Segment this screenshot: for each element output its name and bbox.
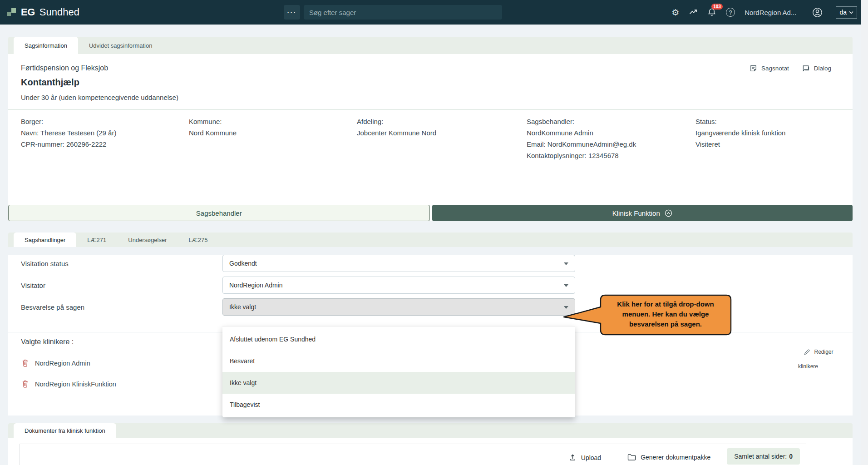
- visitator-label: Visitator: [8, 282, 222, 289]
- total-pages-badge: Samlet antal sider: 0: [727, 448, 800, 465]
- help-icon[interactable]: ?: [726, 8, 735, 17]
- info-status: Status: Igangværende klinisk funktion Vi…: [695, 116, 840, 161]
- upload-button[interactable]: Upload: [569, 454, 601, 461]
- tab-lae271[interactable]: LÆ271: [76, 232, 117, 247]
- sagsbehandler-toggle-button[interactable]: Sagsbehandler: [8, 205, 430, 221]
- logo-product-text: Sundhed: [39, 6, 79, 18]
- case-tabstrip: Sagsinformation Udvidet sagsinformation: [8, 37, 853, 54]
- notification-count-badge: 103: [711, 4, 723, 10]
- sagsbehandler-navn: NordKommune Admin: [527, 127, 695, 139]
- borger-label: Borger:: [21, 116, 189, 127]
- besvarelse-value: Ikke valgt: [229, 303, 256, 311]
- settings-gear-icon[interactable]: ⚙: [671, 8, 679, 17]
- dropdown-option[interactable]: Besvaret: [222, 350, 575, 372]
- info-afdeling: Afdeling: Jobcenter Kommune Nord: [357, 116, 527, 161]
- chevron-down-icon: [849, 11, 853, 14]
- kommune-value: Nord Kommune: [189, 127, 357, 139]
- note-icon: [750, 64, 757, 72]
- documents-card: Dokumenter fra klinisk funktion Upload G…: [8, 423, 853, 465]
- sagsbehandler-toggle-label: Sagsbehandler: [196, 209, 242, 217]
- select-arrow-icon: [564, 262, 568, 265]
- sagsbehandler-kontakt: Kontaktoplysninger: 12345678: [527, 150, 695, 161]
- visitation-status-select[interactable]: Godkendt: [222, 255, 575, 272]
- trash-icon: [22, 380, 29, 388]
- language-selector[interactable]: da: [836, 6, 857, 19]
- actions-card: Sagshandlinger LÆ271 Undersøgelser LÆ275…: [8, 232, 853, 416]
- sagsnotat-button[interactable]: Sagsnotat: [750, 64, 789, 72]
- dropdown-option-selected[interactable]: Ikke valgt: [222, 372, 575, 394]
- dialog-bubble-icon: [802, 64, 810, 72]
- klinisk-funktion-toggle-button[interactable]: Klinisk Funktion: [432, 205, 853, 221]
- case-subtitle: Under 30 år (uden kompetencegivende udda…: [21, 94, 840, 101]
- case-header: Førtidspension og Fleksjob Kontanthjælp …: [8, 54, 853, 101]
- user-menu[interactable]: NordRegion Ad...: [745, 9, 796, 16]
- select-arrow-icon: [564, 284, 568, 287]
- navbar-right: ⚙ 103 ? NordRegion Ad... da: [671, 6, 857, 19]
- app-root: EG Sundhed ··· ⚙ 103 ? NordRegion Ad... …: [0, 0, 861, 465]
- language-value: da: [839, 9, 847, 16]
- sagsbehandler-label: Sagsbehandler:: [527, 116, 695, 127]
- tab-undersoegelser[interactable]: Undersøgelser: [117, 232, 178, 247]
- kommune-label: Kommune:: [189, 116, 357, 127]
- kliniker-name: NordRegion KliniskFunktion: [35, 381, 116, 388]
- info-borger: Borger: Navn: Therese Testesen (29 år) C…: [21, 116, 189, 161]
- tab-lae275[interactable]: LÆ275: [178, 232, 219, 247]
- delete-kliniker-button[interactable]: [22, 380, 29, 388]
- info-sagsbehandler: Sagsbehandler: NordKommune Admin Email: …: [527, 116, 695, 161]
- circle-chevron-up-icon: [665, 209, 672, 217]
- total-pages-label: Samlet antal sider:: [734, 453, 787, 460]
- actions-card-body: Visitation status Godkendt Visitator Nor…: [8, 255, 853, 416]
- rediger-label-line2: klinikere: [798, 363, 818, 370]
- documents-box: Upload Generer dokumentpakke Samlet anta…: [20, 444, 806, 465]
- generate-dokumentpakke-button[interactable]: Generer dokumentpakke: [627, 454, 710, 461]
- dropdown-option[interactable]: Tilbagevist: [222, 394, 575, 416]
- afdeling-label: Afdeling:: [357, 116, 527, 127]
- notifications-bell-icon[interactable]: 103: [707, 8, 716, 17]
- besvarelse-dropdown-panel: Afsluttet udenom EG Sundhed Besvaret Ikk…: [222, 326, 575, 417]
- besvarelse-label: Besvarelse på sagen: [8, 303, 222, 311]
- case-category: Førtidspension og Fleksjob: [21, 64, 840, 72]
- dialog-button[interactable]: Dialog: [802, 64, 831, 72]
- klinisk-funktion-toggle-label: Klinisk Funktion: [612, 209, 660, 217]
- form-row-visitation: Visitation status Godkendt: [8, 255, 853, 272]
- status-line1: Igangværende klinisk funktion: [695, 127, 840, 139]
- spacer: [8, 161, 853, 205]
- scrollbar[interactable]: [861, 0, 868, 465]
- trend-chart-icon[interactable]: [689, 8, 698, 17]
- afdeling-value: Jobcenter Kommune Nord: [357, 127, 527, 139]
- borger-cpr: CPR-nummer: 260296-2222: [21, 139, 189, 150]
- sagsnotat-label: Sagsnotat: [761, 65, 789, 72]
- upload-label: Upload: [581, 454, 601, 461]
- callout-text: Klik her for at tilgå drop-down menuen. …: [605, 299, 726, 329]
- tab-dokumenter-fra-klinisk-funktion[interactable]: Dokumenter fra klinisk funktion: [14, 423, 116, 438]
- case-info-row: Borger: Navn: Therese Testesen (29 år) C…: [8, 109, 853, 161]
- info-kommune: Kommune: Nord Kommune: [189, 116, 357, 161]
- tab-udvidet-sagsinformation[interactable]: Udvidet sagsinformation: [78, 37, 163, 54]
- rediger-klinikere-button[interactable]: Rediger klinikere: [798, 345, 839, 374]
- visitator-select[interactable]: NordRegion Admin: [222, 277, 575, 294]
- delete-kliniker-button[interactable]: [22, 359, 29, 367]
- documents-card-body: Upload Generer dokumentpakke Samlet anta…: [8, 438, 853, 465]
- sagsbehandler-email: Email: NordKommuneAdmin@eg.dk: [527, 139, 695, 150]
- profile-person-icon[interactable]: [812, 7, 823, 18]
- tab-sagshandlinger[interactable]: Sagshandlinger: [14, 232, 76, 247]
- status-line2: Visiteret: [695, 139, 840, 150]
- kliniker-name: NordRegion Admin: [35, 360, 90, 367]
- form-row-visitator: Visitator NordRegion Admin: [8, 277, 853, 294]
- visitator-value: NordRegion Admin: [229, 282, 283, 289]
- dropdown-option[interactable]: Afsluttet udenom EG Sundhed: [222, 328, 575, 350]
- app-logo: EG Sundhed: [7, 6, 79, 18]
- case-actions: Sagsnotat Dialog: [750, 64, 831, 72]
- logo-eg-text: EG: [21, 6, 35, 18]
- tab-sagsinformation[interactable]: Sagsinformation: [14, 37, 78, 54]
- more-menu-button[interactable]: ···: [284, 5, 300, 20]
- borger-navn: Navn: Therese Testesen (29 år): [21, 127, 189, 139]
- actions-tabstrip: Sagshandlinger LÆ271 Undersøgelser LÆ275: [8, 232, 853, 247]
- folder-icon: [627, 454, 636, 461]
- rediger-label-line1: Rediger: [814, 345, 833, 359]
- besvarelse-select[interactable]: Ikke valgt: [222, 298, 575, 316]
- status-label: Status:: [695, 116, 840, 127]
- search-input[interactable]: [304, 5, 502, 20]
- total-pages-value: 0: [789, 453, 793, 460]
- role-toggle-row: Sagsbehandler Klinisk Funktion: [8, 205, 853, 221]
